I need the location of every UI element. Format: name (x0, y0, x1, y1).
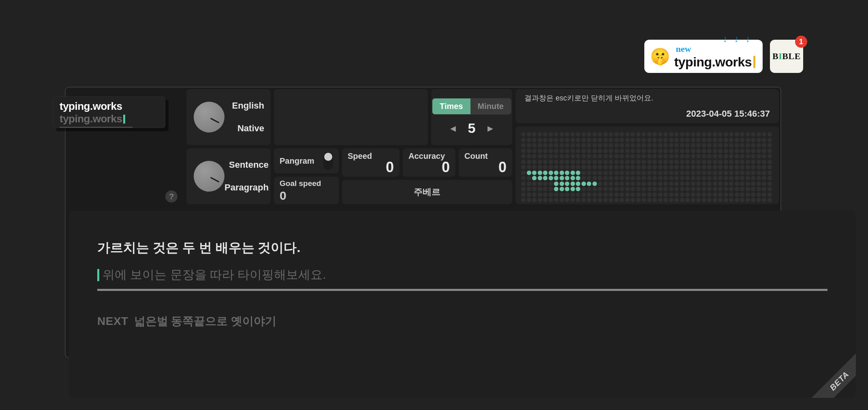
lang-option-native[interactable]: Native (237, 123, 264, 134)
logo-line1: typing.works (60, 100, 158, 113)
typing-placeholder: 위에 보이는 문장을 따라 타이핑해보세요. (103, 267, 326, 283)
speed-cell: Speed 0 (342, 148, 400, 177)
source-title: 주베르 (414, 186, 440, 198)
typing-input[interactable]: 위에 보이는 문장을 따라 타이핑해보세요. (97, 267, 827, 291)
mode-minute[interactable]: Minute (470, 98, 511, 114)
bible-text: BIBLE (772, 51, 801, 62)
count-cell: Count 0 (459, 148, 512, 177)
speed-value: 0 (386, 159, 394, 176)
next-line: NEXT 넓은벌 동쪽끝으로 옛이야기 (97, 314, 827, 329)
promo-bible[interactable]: BIBLE 1 (770, 40, 803, 73)
accuracy-cell: Accuracy 0 (403, 148, 455, 177)
brand-label: typing.works (674, 54, 755, 68)
info-cell: 결과창은 esc키로만 닫히게 바뀌었어요. 2023-04-05 15:46:… (515, 89, 779, 123)
arrows-down-icon: ↓↓↓ (723, 34, 754, 45)
next-tag: NEXT (97, 315, 128, 328)
help-icon[interactable]: ? (165, 190, 177, 203)
lang-option-english[interactable]: English (232, 100, 264, 111)
blank-cell (274, 89, 428, 145)
shush-emoji-icon: 🤫 (650, 48, 670, 64)
pangram-cell: Pangram (274, 148, 339, 173)
count-value: 0 (498, 159, 507, 176)
accuracy-value: 0 (442, 159, 450, 176)
goal-speed-cell[interactable]: Goal speed 0 (274, 177, 339, 204)
goal-speed-label: Goal speed (280, 179, 333, 188)
new-label: new (674, 45, 755, 53)
mode-cell: Times Minute ◀ 5 ▶ (431, 89, 512, 145)
pangram-label: Pangram (280, 156, 314, 166)
next-text: 넓은벌 동쪽끝으로 옛이야기 (134, 314, 277, 329)
mode-segmented-control: Times Minute (432, 98, 511, 115)
source-title-cell[interactable]: 주베르 (342, 180, 512, 204)
info-timestamp: 2023-04-05 15:46:37 (524, 109, 770, 119)
notification-badge: 1 (795, 36, 807, 48)
type-option-sentence[interactable]: Sentence (229, 160, 269, 170)
input-caret-icon (97, 269, 99, 281)
language-knob-cell: English Native (186, 89, 271, 145)
prompt-text: 가르치는 것은 두 번 배우는 것이다. (97, 239, 827, 257)
logo-underline (60, 127, 133, 128)
typing-area: 가르치는 것은 두 번 배우는 것이다. 위에 보이는 문장을 따라 타이핑해보… (69, 211, 856, 398)
count-stepper: ◀ 5 ▶ (450, 120, 494, 136)
activity-dot-matrix (515, 126, 779, 204)
promo-new-typingworks[interactable]: ↓↓↓ 🤫 new typing.works (644, 40, 763, 73)
pangram-toggle[interactable] (323, 152, 333, 170)
logo-card[interactable]: typing.works typing.works (53, 96, 165, 128)
beta-ribbon: BETA (810, 352, 856, 398)
stepper-decrement[interactable]: ◀ (450, 124, 456, 133)
content-type-knob-cell: Sentence Paragraph (186, 148, 271, 204)
logo-line2: typing.works (60, 113, 158, 125)
content-type-knob[interactable] (194, 161, 224, 192)
type-option-paragraph[interactable]: Paragraph (224, 182, 269, 193)
goal-speed-value: 0 (280, 189, 333, 203)
info-message: 결과창은 esc키로만 닫히게 바뀌었어요. (524, 93, 770, 103)
stepper-value: 5 (468, 120, 476, 136)
mode-times[interactable]: Times (432, 98, 470, 114)
stepper-increment[interactable]: ▶ (487, 124, 493, 133)
language-knob[interactable] (194, 102, 224, 132)
